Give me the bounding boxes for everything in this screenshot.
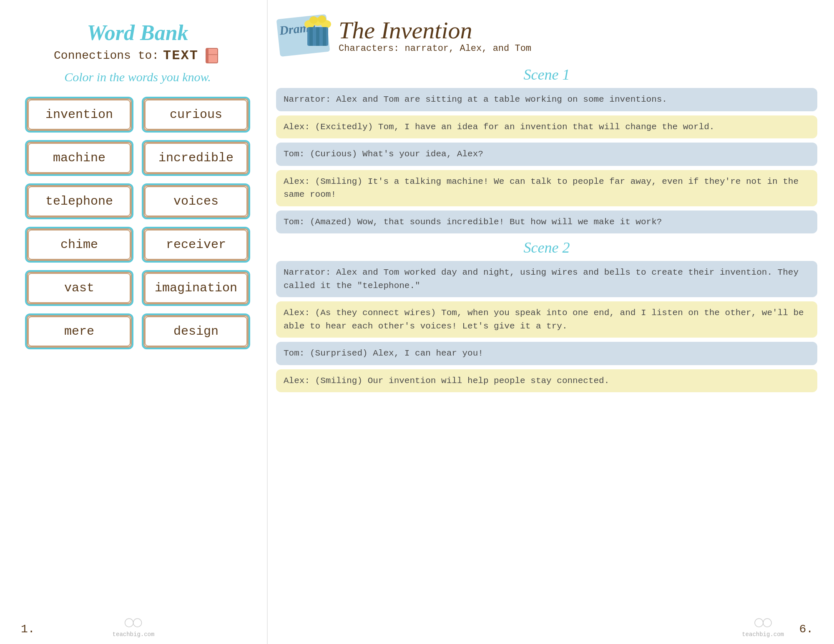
logo-text-left: teachbig.com — [113, 631, 155, 638]
page-number-right: 6. — [799, 623, 813, 636]
word-card-vast[interactable]: vast — [25, 270, 133, 306]
popcorn-icon — [301, 13, 334, 50]
title-area: The Invention Characters: narrator, Alex… — [339, 17, 817, 54]
dialogue-alex-1: Alex: (Excitedly) Tom, I have an idea fo… — [276, 115, 817, 139]
connections-line: Connections to: TEXT — [54, 46, 221, 65]
right-panel: Drama The Invention Characters: narrator… — [268, 0, 834, 644]
characters-line: Characters: narrator, Alex, and Tom — [339, 43, 817, 54]
dialogue-alex-3: Alex: (As they connect wires) Tom, when … — [276, 301, 817, 338]
logo-bottom-left: teachbig.com — [113, 616, 155, 638]
svg-point-15 — [763, 619, 771, 627]
svg-rect-13 — [323, 27, 326, 46]
scene2-title: Scene 2 — [276, 239, 817, 256]
svg-point-9 — [318, 15, 326, 23]
dialogue-tom-3: Tom: (Surprised) Alex, I can hear you! — [276, 342, 817, 365]
word-card-machine[interactable]: machine — [25, 140, 133, 176]
word-card-telephone[interactable]: telephone — [25, 183, 133, 219]
svg-rect-1 — [206, 48, 208, 63]
svg-point-3 — [125, 619, 133, 627]
right-header: Drama The Invention Characters: narrator… — [276, 13, 817, 58]
svg-rect-11 — [309, 27, 313, 46]
left-panel: Word Bank Connections to: TEXT Color in … — [0, 0, 267, 644]
word-bank-title: Word Bank — [87, 21, 188, 45]
word-card-chime[interactable]: chime — [25, 227, 133, 263]
word-card-receiver[interactable]: receiver — [142, 227, 250, 263]
connections-label: Connections to: — [54, 49, 159, 62]
dialogue-tom-1: Tom: (Curious) What's your idea, Alex? — [276, 143, 817, 166]
dialogue-narrator-1: Narrator: Alex and Tom are sitting at a … — [276, 88, 817, 111]
logo-icon-right — [753, 616, 774, 629]
word-card-invention[interactable]: invention — [25, 97, 133, 133]
dialogue-narrator-2: Narrator: Alex and Tom worked day and ni… — [276, 261, 817, 297]
word-card-mere[interactable]: mere — [25, 313, 133, 349]
word-card-curious[interactable]: curious — [142, 97, 250, 133]
scene1-title: Scene 1 — [276, 66, 817, 83]
word-grid: invention curious machine incredible tel… — [25, 97, 250, 349]
color-instruction: Color in the words you know. — [64, 70, 211, 84]
dialogue-alex-2: Alex: (Smiling) It's a talking machine! … — [276, 170, 817, 206]
logo-icon-left — [123, 616, 144, 629]
svg-point-8 — [309, 16, 318, 24]
word-card-incredible[interactable]: incredible — [142, 140, 250, 176]
page-number-left: 1. — [21, 623, 35, 636]
connections-value: TEXT — [163, 48, 198, 63]
svg-point-14 — [755, 619, 763, 627]
svg-point-4 — [133, 619, 142, 627]
drama-badge: Drama — [276, 13, 330, 58]
word-card-design[interactable]: design — [142, 313, 250, 349]
word-card-voices[interactable]: voices — [142, 183, 250, 219]
dialogue-alex-4: Alex: (Smiling) Our invention will help … — [276, 369, 817, 393]
svg-rect-12 — [316, 27, 319, 46]
book-icon — [203, 46, 221, 65]
word-card-imagination[interactable]: imagination — [142, 270, 250, 306]
logo-bottom-right: teachbig.com — [742, 616, 784, 638]
dialogue-tom-2: Tom: (Amazed) Wow, that sounds incredibl… — [276, 210, 817, 234]
logo-text-right: teachbig.com — [742, 631, 784, 638]
invention-title: The Invention — [339, 17, 817, 44]
